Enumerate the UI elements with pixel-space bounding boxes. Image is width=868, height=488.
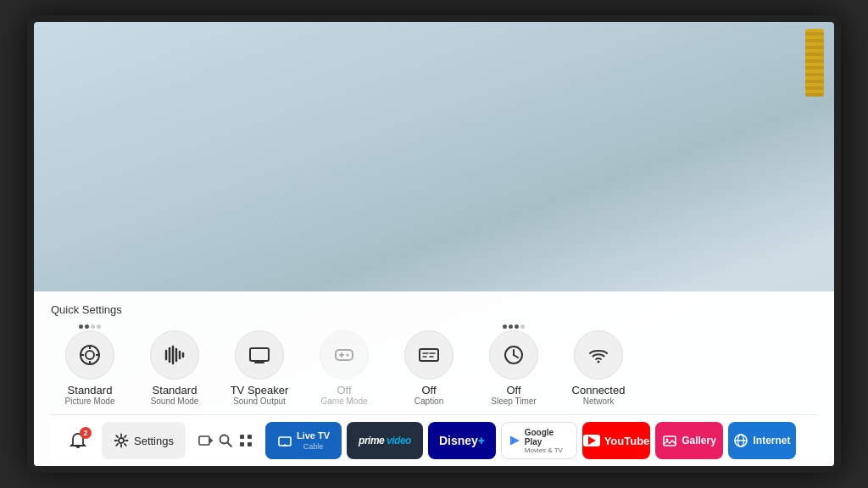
gallery-label: Gallery [682, 435, 716, 446]
svg-rect-12 [250, 348, 269, 361]
svg-point-1 [86, 351, 94, 359]
network-icon-circle [574, 330, 623, 380]
qs-sleep-timer[interactable]: Off Sleep Timer [475, 324, 553, 406]
caption-label-main: Off [421, 384, 436, 396]
svg-rect-35 [240, 442, 244, 446]
live-tv-text: Live TV Cable [297, 430, 330, 450]
internet-tile[interactable]: Internet [728, 422, 796, 459]
youtube-icon [583, 435, 600, 446]
svg-rect-36 [248, 442, 252, 446]
prime-logo: prime video [359, 435, 411, 446]
notification-button[interactable]: 2 [59, 422, 97, 459]
sleep-label-main: Off [506, 384, 520, 396]
gallery-icon [662, 433, 677, 448]
settings-gear-icon [114, 433, 129, 448]
tv-label-main: TV Speaker [231, 384, 289, 396]
game-icon [332, 343, 356, 367]
internet-icon [733, 433, 748, 448]
picture-icon [78, 343, 102, 367]
qs-tv-speaker[interactable]: TV Speaker Sound Output [220, 324, 298, 406]
live-tv-tile[interactable]: Live TV Cable [265, 422, 342, 459]
app-bar: 2 Settings [51, 414, 817, 466]
sound-label-sub: Sound Mode [151, 396, 199, 406]
google-play-icon [509, 434, 521, 447]
sound-icon-circle [150, 330, 199, 380]
live-tv-label: Live TV [297, 430, 330, 441]
svg-line-26 [514, 355, 518, 358]
tv-frame: Quick Settings [27, 15, 841, 473]
icon-group[interactable] [191, 433, 260, 448]
game-label-sub: Game Mode [320, 396, 367, 406]
youtube-label: YouTube [604, 435, 650, 447]
caption-icon-circle [404, 330, 453, 380]
tv-tape [805, 29, 824, 97]
svg-point-18 [347, 354, 349, 357]
sound-label-main: Standard [153, 384, 198, 396]
wifi-icon [587, 343, 610, 367]
google-sub: Movies & TV [525, 446, 570, 454]
qs-network[interactable]: Connected Network [559, 324, 637, 406]
qs-caption[interactable]: Off Caption [390, 324, 468, 406]
svg-rect-34 [248, 435, 252, 439]
svg-point-28 [119, 438, 124, 443]
svg-rect-33 [240, 435, 244, 439]
youtube-tile[interactable]: YouTube [582, 422, 650, 459]
dot2 [85, 324, 89, 329]
dot4 [97, 324, 101, 329]
caption-icon [417, 343, 441, 367]
bottom-overlay: Quick Settings [34, 291, 834, 466]
google-text: Google Play Movies & TV [525, 428, 570, 454]
notification-badge: 2 [80, 427, 92, 439]
settings-label: Settings [134, 435, 174, 447]
google-tile[interactable]: Google Play Movies & TV [501, 422, 577, 459]
tv-icon-circle [235, 330, 284, 380]
gallery-tile[interactable]: Gallery [655, 422, 723, 459]
internet-label: Internet [753, 435, 790, 446]
qs-sound-mode[interactable]: Standard Sound Mode [136, 324, 214, 406]
svg-point-27 [598, 361, 600, 363]
disney-tile[interactable]: Disney+ [428, 422, 496, 459]
game-label-main: Off [337, 384, 351, 396]
settings-button[interactable]: Settings [102, 422, 186, 459]
svg-rect-41 [664, 436, 676, 446]
svg-marker-40 [510, 435, 520, 445]
qs-sleep-dots [503, 324, 525, 329]
picture-icon-circle [65, 330, 114, 380]
game-icon-circle [320, 330, 369, 380]
network-label-main: Connected [572, 384, 626, 396]
sleep-label-sub: Sleep Timer [491, 396, 536, 406]
svg-rect-19 [420, 349, 438, 361]
tv-icon [248, 343, 271, 367]
qs-game-mode[interactable]: Off Game Mode [305, 324, 383, 406]
dot1 [79, 324, 83, 329]
caption-label-sub: Caption [415, 396, 443, 406]
live-tv-sub: Cable [303, 442, 324, 451]
apps-icon [238, 433, 253, 448]
clock-icon [502, 343, 526, 367]
svg-point-42 [666, 439, 669, 441]
dot3 [91, 324, 95, 329]
youtube-play-icon [588, 436, 596, 445]
prime-tile[interactable]: prime video [347, 422, 423, 459]
qs-picture-mode[interactable]: Standard Picture Mode [51, 324, 129, 406]
svg-rect-29 [199, 436, 209, 445]
network-label-sub: Network [583, 396, 615, 406]
quick-settings-row: Standard Picture Mode [51, 324, 817, 406]
svg-line-32 [227, 443, 231, 447]
search-icon [218, 433, 233, 448]
input-icon [198, 433, 213, 448]
sound-icon [163, 343, 186, 367]
picture-label-main: Standard [68, 384, 113, 396]
disney-logo: Disney+ [439, 434, 485, 447]
google-label: Google Play [525, 428, 570, 446]
tv-label-sub: Sound Output [233, 396, 286, 406]
live-tv-icon [277, 433, 292, 448]
quick-settings-label: Quick Settings [51, 303, 817, 316]
picture-label-sub: Picture Mode [65, 396, 115, 406]
tv-screen: Quick Settings [34, 22, 834, 466]
qs-picture-dots [79, 324, 101, 329]
sleep-icon-circle [489, 330, 538, 380]
